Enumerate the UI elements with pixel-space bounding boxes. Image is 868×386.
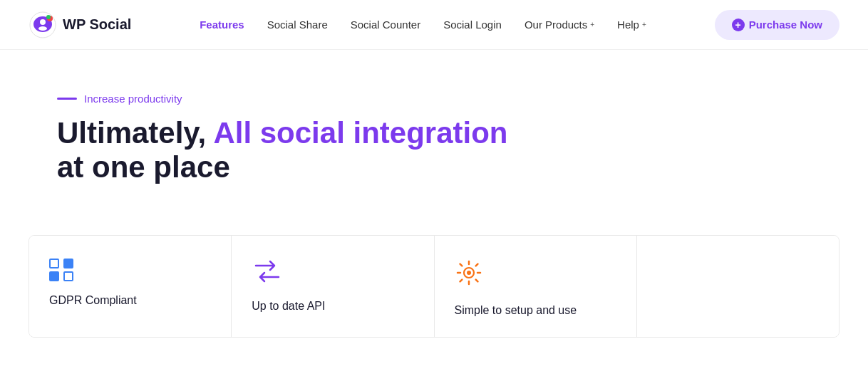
nav-social-counter[interactable]: Social Counter — [351, 19, 420, 31]
api-icon — [252, 259, 413, 287]
hero-title: Ultimately, All social integration at on… — [57, 116, 811, 185]
eyebrow-row: Increase productivity — [57, 93, 811, 105]
svg-point-4 — [38, 26, 47, 31]
plus-icon: + — [732, 19, 745, 31]
hero-title-part1: Ultimately, — [57, 116, 213, 150]
card-gdpr: GDPR Compliant — [29, 236, 232, 337]
hero-title-part2: at one place — [57, 150, 230, 184]
gdpr-square-2 — [63, 259, 73, 268]
nav-social-login[interactable]: Social Login — [443, 19, 502, 31]
gear-icon — [455, 259, 616, 291]
purchase-now-button[interactable]: + Purchase Now — [715, 10, 839, 40]
logo-icon — [29, 11, 57, 39]
purchase-btn-label: Purchase Now — [749, 19, 822, 31]
gdpr-square-4 — [63, 271, 73, 281]
nav-our-products[interactable]: Our Products + — [525, 19, 594, 31]
site-header: WP Social Features Social Share Social C… — [0, 0, 868, 50]
svg-point-6 — [46, 15, 51, 19]
card-api: Up to date API — [232, 236, 434, 337]
gdpr-square-3 — [49, 271, 59, 281]
gdpr-label: GDPR Compliant — [49, 294, 211, 307]
nav-features[interactable]: Features — [200, 19, 244, 31]
nav-social-share[interactable]: Social Share — [267, 19, 328, 31]
gdpr-icon — [49, 259, 75, 281]
logo-text: WP Social — [63, 16, 131, 33]
hero-section: Increase productivity Ultimately, All so… — [0, 50, 868, 235]
eyebrow-line — [57, 98, 77, 100]
help-arrow-icon: + — [642, 21, 646, 28]
logo[interactable]: WP Social — [29, 11, 131, 39]
card-extra — [637, 236, 839, 337]
setup-label: Simple to setup and use — [455, 304, 616, 317]
eyebrow-text: Increase productivity — [84, 93, 182, 105]
card-setup: Simple to setup and use — [435, 236, 637, 337]
gdpr-square-1 — [49, 259, 59, 268]
main-nav: Features Social Share Social Counter Soc… — [200, 19, 646, 31]
svg-point-7 — [467, 271, 471, 275]
svg-point-3 — [40, 19, 46, 25]
feature-cards-row: GDPR Compliant Up to date API Simple to … — [29, 235, 839, 338]
nav-help[interactable]: Help + — [617, 19, 646, 31]
hero-title-highlight: All social integration — [213, 116, 507, 150]
api-label: Up to date API — [252, 300, 413, 313]
our-products-arrow-icon: + — [590, 21, 594, 28]
